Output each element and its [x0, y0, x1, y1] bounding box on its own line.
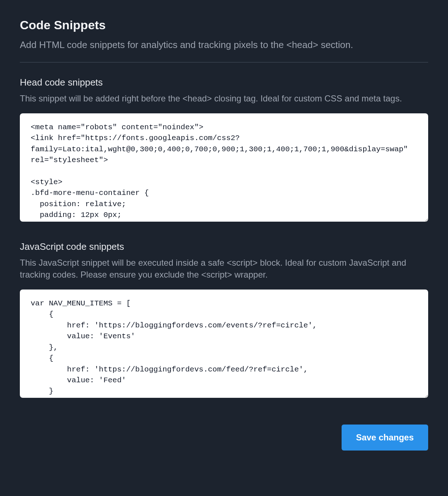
- js-section-title: JavaScript code snippets: [20, 241, 428, 252]
- head-section-description: This snippet will be added right before …: [20, 92, 428, 105]
- page-subtitle: Add HTML code snippets for analytics and…: [20, 39, 428, 51]
- actions-row: Save changes: [20, 425, 428, 451]
- save-changes-button[interactable]: Save changes: [342, 425, 428, 451]
- js-section-description: This JavaScript snippet will be executed…: [20, 257, 428, 281]
- head-section-title: Head code snippets: [20, 77, 428, 88]
- divider: [20, 62, 428, 62]
- page-title: Code Snippets: [20, 18, 428, 32]
- head-code-textarea[interactable]: [20, 113, 428, 222]
- js-snippets-section: JavaScript code snippets This JavaScript…: [20, 241, 428, 399]
- head-snippets-section: Head code snippets This snippet will be …: [20, 77, 428, 223]
- js-code-textarea[interactable]: [20, 290, 428, 398]
